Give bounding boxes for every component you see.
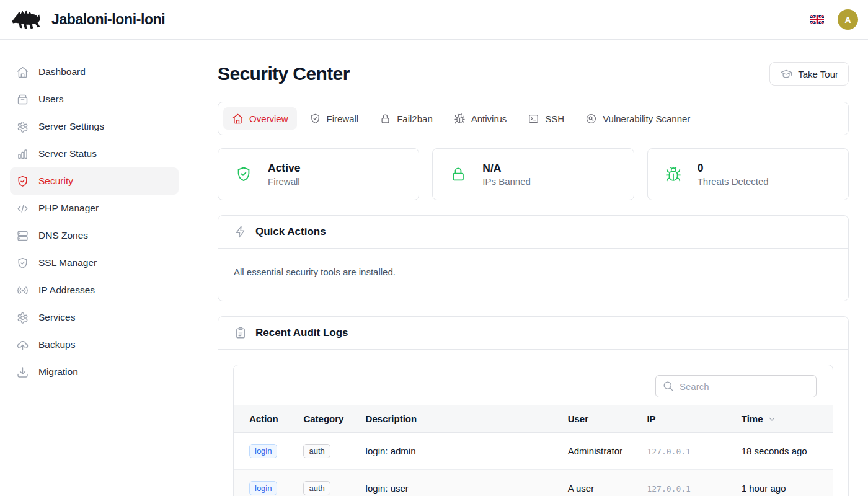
sidebar-item-label: Services bbox=[38, 312, 75, 323]
broadcast-icon bbox=[16, 284, 29, 297]
sidebar-item-services[interactable]: Services bbox=[10, 304, 179, 331]
quick-actions-title: Quick Actions bbox=[255, 226, 326, 238]
threats-detected-card: 0 Threats Detected bbox=[647, 148, 849, 200]
cloud-upload-icon bbox=[16, 339, 29, 352]
sidebar-item-migration[interactable]: Migration bbox=[10, 358, 179, 386]
stat-label: Firewall bbox=[268, 176, 301, 187]
user-cell: A user bbox=[568, 470, 647, 496]
sidebar-item-users[interactable]: Users bbox=[10, 86, 179, 113]
sidebar-item-label: Server Status bbox=[38, 148, 97, 159]
user-avatar[interactable]: A bbox=[838, 9, 858, 30]
quick-actions-message: All essential security tools are install… bbox=[233, 264, 833, 286]
shield-check-icon bbox=[309, 113, 321, 125]
drawer-icon bbox=[16, 93, 29, 106]
shield-check-icon bbox=[16, 257, 29, 270]
clipboard-icon bbox=[234, 326, 247, 340]
home-icon bbox=[232, 113, 244, 125]
action-badge[interactable]: login bbox=[249, 481, 277, 495]
stat-label: Threats Detected bbox=[698, 176, 769, 187]
brand[interactable]: Jabaloni-loni-loni bbox=[11, 9, 165, 31]
sidebar-item-label: Backups bbox=[38, 339, 75, 350]
boar-logo-icon bbox=[11, 9, 40, 31]
stat-value: N/A bbox=[482, 162, 531, 175]
download-icon bbox=[16, 366, 29, 379]
table-header-row: Action Category Description User IP Time bbox=[234, 405, 833, 433]
sidebar-item-php-manager[interactable]: PHP Manager bbox=[10, 195, 179, 222]
stat-value: Active bbox=[268, 162, 301, 175]
server-stack-icon bbox=[16, 229, 29, 242]
sidebar-item-server-status[interactable]: Server Status bbox=[10, 140, 179, 167]
sidebar-item-dns-zones[interactable]: DNS Zones bbox=[10, 222, 179, 249]
terminal-icon bbox=[528, 113, 539, 125]
category-badge[interactable]: auth bbox=[303, 444, 330, 458]
ips-banned-card: N/A IPs Banned bbox=[432, 148, 634, 200]
shield-check-icon bbox=[16, 175, 29, 188]
action-badge[interactable]: login bbox=[249, 444, 277, 458]
sidebar-item-label: Server Settings bbox=[38, 121, 104, 132]
column-header-category: Category bbox=[303, 405, 365, 433]
bug-icon bbox=[454, 113, 466, 125]
lock-icon bbox=[379, 113, 391, 125]
column-header-time-label: Time bbox=[742, 414, 763, 424]
stat-value: 0 bbox=[698, 162, 769, 175]
tab-ssh[interactable]: SSH bbox=[519, 107, 573, 130]
take-tour-button[interactable]: Take Tour bbox=[769, 62, 849, 86]
sidebar-item-ssl-manager[interactable]: SSL Manager bbox=[10, 249, 179, 277]
gear-icon bbox=[16, 120, 29, 133]
shield-check-icon bbox=[235, 166, 252, 183]
audit-logs-title: Recent Audit Logs bbox=[255, 327, 348, 339]
sidebar-item-dashboard[interactable]: Dashboard bbox=[10, 58, 179, 86]
sidebar-item-server-settings[interactable]: Server Settings bbox=[10, 113, 179, 140]
code-icon bbox=[16, 202, 29, 215]
sidebar-item-label: SSL Manager bbox=[38, 257, 97, 268]
column-header-time[interactable]: Time bbox=[742, 405, 833, 433]
time-cell: 18 seconds ago bbox=[742, 433, 833, 470]
security-tabs: Overview Firewall Fail2ban Antivirus SSH… bbox=[218, 102, 849, 135]
sidebar-item-label: PHP Manager bbox=[38, 203, 99, 214]
tab-antivirus[interactable]: Antivirus bbox=[445, 107, 516, 130]
search-icon bbox=[662, 380, 674, 392]
firewall-status-card: Active Firewall bbox=[218, 148, 419, 200]
category-badge[interactable]: auth bbox=[303, 481, 330, 495]
sidebar-item-backups[interactable]: Backups bbox=[10, 331, 179, 358]
tab-fail2ban[interactable]: Fail2ban bbox=[371, 107, 441, 130]
tab-label: Antivirus bbox=[471, 113, 507, 124]
status-cards: Active Firewall N/A IPs Banned 0 Threats… bbox=[218, 148, 849, 200]
column-header-action: Action bbox=[234, 405, 303, 433]
take-tour-label: Take Tour bbox=[798, 69, 838, 79]
scanner-icon bbox=[585, 113, 597, 125]
tab-label: Firewall bbox=[327, 113, 359, 124]
main-content: Security Center Take Tour Overview Firew… bbox=[188, 40, 868, 496]
user-cell: Administrator bbox=[568, 433, 647, 470]
tab-overview[interactable]: Overview bbox=[223, 107, 297, 130]
sidebar-item-security[interactable]: Security bbox=[10, 167, 179, 195]
lightning-icon bbox=[234, 225, 247, 239]
sidebar-item-label: Security bbox=[38, 175, 73, 187]
tab-vulnerability-scanner[interactable]: Vulnerability Scanner bbox=[577, 107, 699, 130]
audit-logs-card: Recent Audit Logs Action Cat bbox=[218, 316, 849, 496]
bug-icon bbox=[665, 166, 682, 183]
sidebar-item-label: IP Addresses bbox=[38, 285, 95, 296]
graduation-cap-icon bbox=[780, 68, 792, 80]
ip-cell: 127.0.0.1 bbox=[647, 484, 690, 494]
sidebar-item-ip-addresses[interactable]: IP Addresses bbox=[10, 277, 179, 304]
sidebar-item-label: Migration bbox=[38, 366, 78, 378]
quick-actions-card: Quick Actions All essential security too… bbox=[218, 215, 849, 301]
stat-label: IPs Banned bbox=[482, 176, 531, 187]
chevron-down-icon[interactable] bbox=[767, 414, 777, 424]
tab-label: Fail2ban bbox=[397, 113, 433, 124]
description-cell: login: user bbox=[366, 470, 568, 496]
sidebar-item-label: Dashboard bbox=[38, 66, 86, 78]
tab-firewall[interactable]: Firewall bbox=[301, 107, 368, 130]
sidebar: Dashboard Users Server Settings Server S… bbox=[0, 40, 188, 496]
search-input[interactable] bbox=[655, 375, 817, 397]
column-header-user: User bbox=[568, 405, 647, 433]
uk-flag-icon[interactable] bbox=[810, 15, 824, 24]
tab-label: SSH bbox=[545, 113, 564, 124]
ip-cell: 127.0.0.1 bbox=[647, 447, 690, 456]
sidebar-item-label: DNS Zones bbox=[38, 230, 88, 241]
lock-icon bbox=[450, 166, 467, 183]
app-title: Jabaloni-loni-loni bbox=[51, 11, 165, 28]
gear-icon bbox=[16, 311, 29, 324]
audit-logs-table-container: Action Category Description User IP Time bbox=[233, 365, 833, 496]
